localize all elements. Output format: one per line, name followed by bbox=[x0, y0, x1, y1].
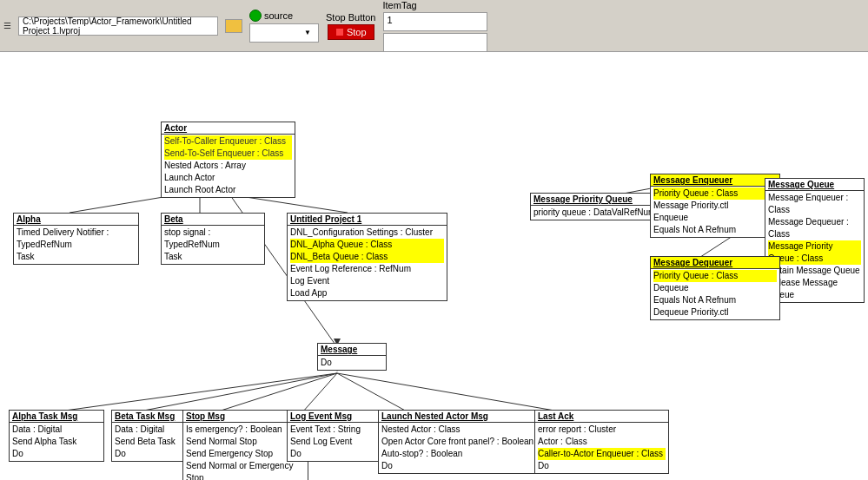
me-item-1: Priority Queue : Class bbox=[653, 187, 777, 200]
file-path-text: C:\Projects\Temp\Actor_Framework\Untitle… bbox=[23, 16, 214, 36]
message-box: Message Do bbox=[317, 343, 387, 371]
la-item-4: Do bbox=[538, 460, 666, 472]
stop-icon bbox=[335, 28, 344, 36]
svg-line-8 bbox=[215, 373, 337, 412]
atm-item-1: Data : Digital bbox=[12, 424, 101, 436]
mq-item-4: Obtain Message Queue bbox=[768, 265, 861, 277]
svg-line-9 bbox=[302, 373, 337, 412]
message-item-1: Do bbox=[321, 357, 383, 369]
me-item-4: Equals Not A Refnum bbox=[653, 224, 777, 236]
source-label: source bbox=[264, 10, 293, 21]
la-item-3: Caller-to-Actor Enqueuer : Class bbox=[538, 448, 666, 460]
sm-item-4: Send Normal or Emergency Stop bbox=[186, 460, 305, 480]
message-dequeuer-box: Message Dequeuer Priority Queue : Class … bbox=[650, 256, 780, 320]
launch-nested-actor-msg-box: Launch Nested Actor Msg Nested Actor : C… bbox=[378, 410, 539, 474]
svg-line-11 bbox=[337, 373, 565, 412]
svg-line-0 bbox=[70, 195, 174, 213]
lnam-item-2: Open Actor Core front panel? : Boolean bbox=[381, 436, 535, 448]
itemtag-section: ItemTag 1 bbox=[383, 0, 487, 52]
log-event-msg-box: Log Event Msg Event Text : String Send L… bbox=[287, 410, 382, 462]
lem-item-1: Event Text : String bbox=[290, 424, 379, 436]
stop-button[interactable]: Stop bbox=[328, 24, 374, 40]
beta-box: Beta stop signal : TypedRefNum Task bbox=[161, 213, 265, 265]
svg-line-7 bbox=[135, 373, 337, 412]
up-item-5: Log Event bbox=[290, 275, 444, 287]
last-ack-box: Last Ack error report : Cluster Actor : … bbox=[534, 410, 669, 474]
alpha-box: Alpha Timed Delivery Notifier : TypedRef… bbox=[13, 213, 139, 265]
atm-title: Alpha Task Msg bbox=[10, 411, 103, 423]
md-item-4: Dequeue Priority.ctl bbox=[653, 306, 777, 319]
atm-item-3: Do bbox=[12, 448, 101, 460]
beta-title: Beta bbox=[162, 214, 264, 226]
md-item-2: Dequeue bbox=[653, 282, 777, 294]
la-item-1: error report : Cluster bbox=[538, 424, 666, 436]
beta-item-2: Task bbox=[164, 251, 262, 263]
svg-line-2 bbox=[235, 195, 348, 213]
lnam-title: Launch Nested Actor Msg bbox=[379, 411, 538, 423]
green-indicator bbox=[249, 10, 262, 22]
atm-item-2: Send Alpha Task bbox=[12, 436, 101, 448]
la-item-2: Actor : Class bbox=[538, 436, 666, 448]
md-item-3: Equals Not A Refnum bbox=[653, 294, 777, 306]
me-title: Message Enqueuer bbox=[651, 174, 779, 187]
lnam-item-1: Nested Actor : Class bbox=[381, 424, 535, 436]
actor-item-2: Send-To-Self Enqueuer : Class bbox=[164, 148, 292, 160]
actor-title: Actor bbox=[162, 122, 295, 135]
up-item-2: DNL_Alpha Queue : Class bbox=[290, 239, 444, 251]
source-section: source ▼ bbox=[249, 10, 319, 43]
untitled-project-box: Untitled Project 1 DNL_Configuration Set… bbox=[287, 213, 447, 301]
actor-item-1: Self-To-Caller Enqueuer : Class bbox=[164, 135, 292, 148]
actor-box: Actor Self-To-Caller Enqueuer : Class Se… bbox=[161, 122, 295, 198]
lnam-item-3: Auto-stop? : Boolean bbox=[381, 448, 535, 460]
md-title: Message Dequeuer bbox=[651, 257, 779, 269]
actor-item-4: Launch Actor bbox=[164, 172, 292, 184]
me-item-3: Enqueue bbox=[653, 212, 777, 224]
alpha-item-1: Timed Delivery Notifier : TypedRefNum bbox=[17, 227, 136, 251]
up-item-4: Event Log Reference : RefNum bbox=[290, 263, 444, 275]
alpha-task-msg-box: Alpha Task Msg Data : Digital Send Alpha… bbox=[9, 410, 104, 462]
svg-line-6 bbox=[52, 373, 337, 412]
stop-button-label: Stop Button bbox=[326, 12, 376, 23]
mq-title: Message Queue bbox=[765, 179, 864, 191]
me-item-2: Message Priority.ctl bbox=[653, 200, 777, 212]
mq-item-3: Message Priority Queue : Class bbox=[768, 240, 861, 265]
file-path-box: C:\Projects\Temp\Actor_Framework\Untitle… bbox=[18, 16, 218, 36]
up-item-3: DNL_Beta Queue : Class bbox=[290, 251, 444, 263]
actor-item-5: Launch Root Actor bbox=[164, 184, 292, 196]
mq-item-2: Message Dequeuer : Class bbox=[768, 216, 861, 240]
up-item-1: DNL_Configuration Settings : Cluster bbox=[290, 227, 444, 239]
project-icon: ☰ bbox=[3, 21, 11, 30]
lem-item-2: Send Log Event bbox=[290, 436, 379, 448]
stop-label: Stop bbox=[347, 27, 367, 37]
itemtag-value: 1 bbox=[383, 12, 487, 31]
untitled-project-title: Untitled Project 1 bbox=[288, 214, 447, 226]
lem-title: Log Event Msg bbox=[288, 411, 381, 423]
la-title: Last Ack bbox=[535, 411, 668, 423]
actor-item-3: Nested Actors : Array bbox=[164, 160, 292, 172]
up-item-6: Load App bbox=[290, 287, 444, 299]
alpha-item-2: Task bbox=[17, 251, 136, 263]
svg-line-10 bbox=[337, 373, 408, 412]
mq-item-1: Message Enqueuer : Class bbox=[768, 192, 861, 216]
folder-icon[interactable] bbox=[225, 19, 242, 33]
alpha-title: Alpha bbox=[14, 214, 138, 226]
itemtag-label: ItemTag bbox=[383, 0, 487, 10]
source-dropdown[interactable]: ▼ bbox=[249, 23, 319, 43]
toolbar: ☰ C:\Projects\Temp\Actor_Framework\Untit… bbox=[0, 0, 868, 52]
beta-item-1: stop signal : TypedRefNum bbox=[164, 227, 262, 251]
stop-section: Stop Button Stop bbox=[326, 12, 376, 40]
md-item-1: Priority Queue : Class bbox=[653, 270, 777, 282]
diagram-area: Actor Self-To-Caller Enqueuer : Class Se… bbox=[0, 52, 868, 480]
message-title: Message bbox=[318, 344, 386, 356]
itemtag-input[interactable] bbox=[383, 33, 487, 52]
mq-item-5: Release Message Queue bbox=[768, 277, 861, 301]
lem-item-3: Do bbox=[290, 448, 379, 460]
message-enqueuer-box: Message Enqueuer Priority Queue : Class … bbox=[650, 174, 780, 238]
lnam-item-4: Do bbox=[381, 460, 535, 472]
